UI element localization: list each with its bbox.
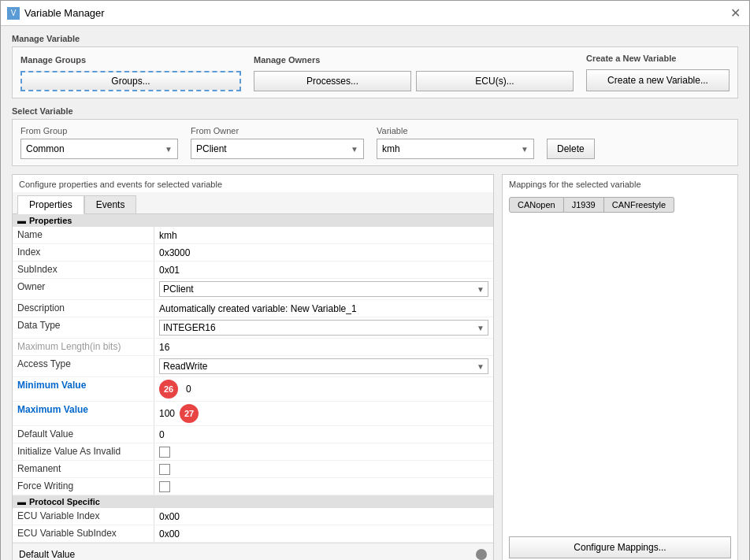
protocol-section-header: ▬ Protocol Specific [13,495,493,508]
ecu-button[interactable]: ECU(s)... [416,71,574,91]
variable-arrow: ▼ [521,145,529,154]
prop-value-ecu-index: 0x00 [154,508,493,525]
prop-label-init-invalid: Initialize Value As Invalid [13,443,154,460]
from-owner-arrow: ▼ [351,145,358,154]
protocol-header-label: Protocol Specific [29,497,100,506]
owner-select-arrow: ▼ [477,285,485,294]
datatype-select[interactable]: INTEGER16 ▼ [159,320,488,336]
prop-row-remanent: Remanent [13,461,493,478]
configure-panel: Configure properties and events for sele… [12,174,494,560]
prop-label-name: Name [13,227,154,243]
create-new-variable-button[interactable]: Create a new Variable... [586,69,730,91]
remanent-checkbox[interactable] [159,464,170,475]
prop-value-accesstype[interactable]: ReadWrite ▼ [154,356,493,376]
collapse-icon: ▬ [17,216,26,225]
prop-row-maxvalue: Maximum Value 100 27 [13,402,493,426]
configure-mappings-button[interactable]: Configure Mappings... [509,536,731,558]
variable-manager-window: V Variable Manager ✕ Manage Variable Man… [0,0,750,560]
from-group-arrow: ▼ [165,145,173,154]
default-value-bottom-label: Default Value [19,549,75,560]
prop-row-defaultvalue: Default Value 0 [13,426,493,443]
prop-value-name: kmh [154,227,493,243]
forcewriting-checkbox[interactable] [159,481,170,492]
prop-value-datatype[interactable]: INTEGER16 ▼ [154,317,493,338]
owners-buttons: Processes... ECU(s)... [254,71,574,91]
mapping-tab-canfreestyle[interactable]: CANFreestyle [604,197,674,213]
select-variable-section: Select Variable From Group Common ▼ From… [12,106,738,166]
mappings-content [503,217,737,530]
processes-button[interactable]: Processes... [254,71,411,91]
accesstype-select[interactable]: ReadWrite ▼ [159,358,488,374]
from-group-field: From Group Common ▼ [20,126,178,159]
from-owner-label: From Owner [191,126,364,135]
prop-row-ecu-index: ECU Variable Index 0x00 [13,508,493,525]
prop-value-maxvalue: 100 27 [154,402,493,425]
prop-value-owner[interactable]: PClient ▼ [154,279,493,299]
mappings-label: Mappings for the selected variable [503,175,737,192]
accesstype-select-arrow: ▼ [477,362,485,371]
prop-value-description: Automatically created variable: New Vari… [154,300,493,317]
prop-row-owner: Owner PClient ▼ [13,279,493,300]
prop-row-datatype: Data Type INTEGER16 ▼ [13,317,493,339]
prop-value-index: 0x3000 [154,244,493,261]
manage-variable-section: Manage Variable Manage Groups Groups... … [12,34,738,98]
close-button[interactable]: ✕ [727,6,743,21]
configure-mappings-area: Configure Mappings... [503,530,737,560]
prop-value-defaultvalue: 0 [154,426,493,443]
left-panel-bottom: Default Value [13,543,493,560]
properties-table: ▬ Properties Name kmh Index 0x3000 [13,214,493,543]
manage-groups-label: Manage Groups [20,55,241,65]
window-icon: V [7,7,20,20]
main-content: Manage Variable Manage Groups Groups... … [1,26,749,560]
badge-26: 26 [159,380,178,399]
tab-events[interactable]: Events [84,195,137,213]
groups-button[interactable]: Groups... [20,71,241,91]
manage-variable-label: Manage Variable [12,34,738,43]
from-group-label: From Group [20,126,178,135]
prop-label-defaultvalue: Default Value [13,426,154,443]
from-group-select[interactable]: Common ▼ [20,139,178,159]
prop-value-minvalue: 26 0 [154,377,493,401]
delete-button[interactable]: Delete [547,139,595,159]
datatype-select-arrow: ▼ [477,324,485,332]
prop-label-datatype: Data Type [13,317,154,338]
variable-select[interactable]: kmh ▼ [377,139,534,159]
from-group-value: Common [26,143,65,154]
init-invalid-checkbox[interactable] [159,447,170,458]
properties-tabs: Properties Events [13,192,493,214]
prop-row-init-invalid: Initialize Value As Invalid [13,443,493,461]
prop-label-forcewriting: Force Writing [13,478,154,495]
from-owner-select[interactable]: PClient ▼ [191,139,364,159]
from-owner-field: From Owner PClient ▼ [191,126,364,159]
mappings-panel: Mappings for the selected variable CANop… [502,174,738,560]
prop-value-forcewriting [154,478,493,495]
protocol-collapse-icon: ▬ [17,497,26,506]
prop-label-maxvalue: Maximum Value [13,402,154,425]
create-variable-label: Create a New Variable [586,54,730,63]
prop-label-index: Index [13,244,154,261]
variable-label: Variable [377,126,534,135]
prop-row-minvalue: Minimum Value 26 0 [13,377,493,402]
badge-27: 27 [180,404,199,423]
from-owner-value: PClient [196,143,227,154]
window-title: Variable Manager [24,7,105,19]
select-variable-label: Select Variable [12,106,738,116]
prop-row-subindex: SubIndex 0x01 [13,261,493,279]
prop-row-name: Name kmh [13,227,493,244]
prop-label-accesstype: Access Type [13,356,154,376]
owner-select[interactable]: PClient ▼ [159,281,488,297]
prop-row-maxlength: Maximum Length(in bits) 16 [13,339,493,356]
prop-label-ecu-index: ECU Variable Index [13,508,154,525]
prop-row-description: Description Automatically created variab… [13,300,493,317]
variable-value: kmh [382,143,400,154]
mapping-tab-canopen[interactable]: CANopen [509,197,564,213]
properties-header-label: Properties [29,216,72,225]
mapping-tab-j1939[interactable]: J1939 [564,197,604,213]
tab-properties[interactable]: Properties [17,195,84,214]
prop-label-description: Description [13,300,154,317]
manage-owners-label: Manage Owners [254,55,574,65]
title-bar: V Variable Manager ✕ [1,1,749,26]
prop-value-subindex: 0x01 [154,261,493,278]
prop-label-subindex: SubIndex [13,261,154,278]
prop-row-forcewriting: Force Writing [13,478,493,495]
